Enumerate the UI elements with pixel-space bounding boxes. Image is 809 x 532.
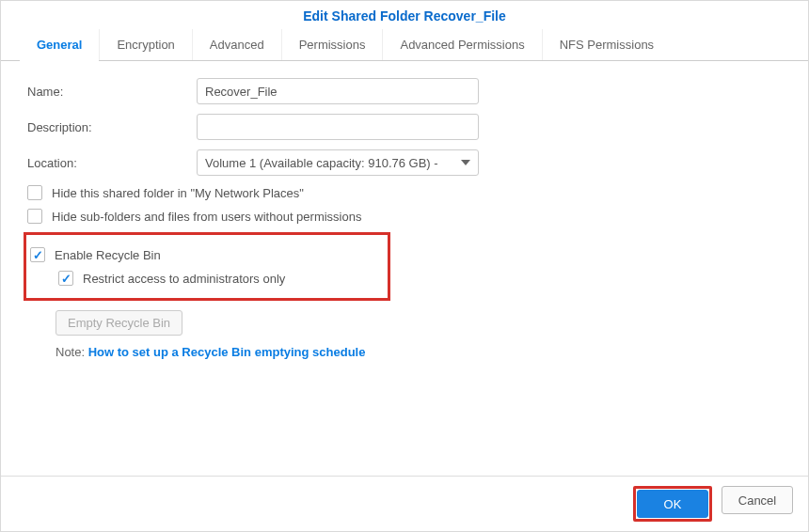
label-description: Description: xyxy=(27,120,197,134)
highlight-recycle-bin: Enable Recycle Bin Restrict access to ad… xyxy=(24,232,390,301)
tab-bar: General Encryption Advanced Permissions … xyxy=(1,29,808,61)
recycle-schedule-link[interactable]: How to set up a Recycle Bin emptying sch… xyxy=(88,345,366,359)
tab-encryption[interactable]: Encryption xyxy=(100,29,192,60)
tab-advanced[interactable]: Advanced xyxy=(193,29,282,60)
tab-advanced-permissions[interactable]: Advanced Permissions xyxy=(383,29,542,60)
dialog-title: Edit Shared Folder Recover_File xyxy=(1,1,808,29)
label-name: Name: xyxy=(27,85,197,99)
chevron-down-icon xyxy=(461,160,470,165)
label-enable-recycle: Enable Recycle Bin xyxy=(55,248,161,262)
checkbox-restrict-admin[interactable] xyxy=(58,271,73,286)
description-input[interactable] xyxy=(197,114,479,140)
edit-shared-folder-dialog: Edit Shared Folder Recover_File General … xyxy=(0,0,809,532)
label-hide-network: Hide this shared folder in "My Network P… xyxy=(52,186,304,200)
ok-button[interactable]: OK xyxy=(637,490,708,518)
content-area: Name: Description: Location: Volume 1 (A… xyxy=(1,61,808,476)
label-restrict-admin: Restrict access to administrators only xyxy=(83,272,285,286)
highlight-ok: OK xyxy=(633,486,712,522)
dialog-footer: OK Cancel xyxy=(1,476,808,531)
location-select[interactable]: Volume 1 (Available capacity: 910.76 GB)… xyxy=(197,149,479,176)
checkbox-hide-subfolders[interactable] xyxy=(27,209,42,224)
tab-permissions[interactable]: Permissions xyxy=(282,29,384,60)
empty-recycle-button[interactable]: Empty Recycle Bin xyxy=(56,310,182,336)
note-text: Note: How to set up a Recycle Bin emptyi… xyxy=(56,345,782,359)
location-value: Volume 1 (Available capacity: 910.76 GB)… xyxy=(205,156,438,170)
label-location: Location: xyxy=(27,156,197,170)
note-prefix: Note: xyxy=(56,345,88,359)
cancel-button[interactable]: Cancel xyxy=(722,486,793,514)
name-input[interactable] xyxy=(197,78,479,104)
checkbox-enable-recycle[interactable] xyxy=(30,247,45,262)
checkbox-hide-network[interactable] xyxy=(27,185,42,200)
label-hide-subfolders: Hide sub-folders and files from users wi… xyxy=(52,210,361,224)
tab-general[interactable]: General xyxy=(20,29,100,60)
tab-nfs-permissions[interactable]: NFS Permissions xyxy=(543,29,671,60)
